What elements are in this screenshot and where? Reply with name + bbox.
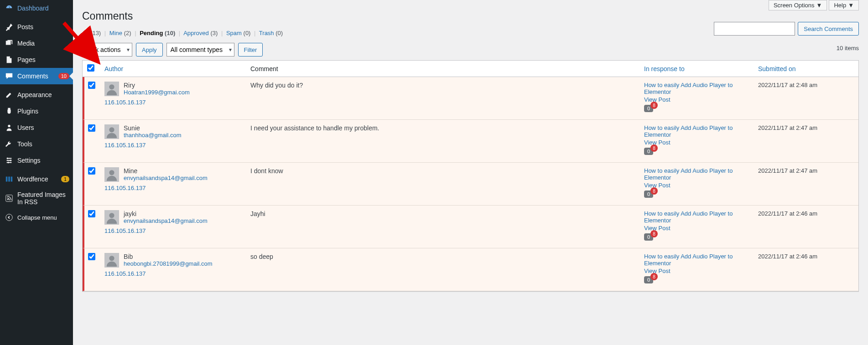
avatar: [104, 167, 119, 182]
comment-icon: [5, 72, 14, 81]
settings-icon: [5, 156, 14, 165]
screen-options-button[interactable]: Screen Options ▼: [769, 0, 827, 10]
filter-pending[interactable]: Pending (10): [140, 30, 175, 36]
pin-icon: [5, 22, 14, 31]
post-link[interactable]: How to easily Add Audio Player to Elemen…: [644, 210, 749, 224]
avatar: [104, 124, 119, 139]
page-title: Comments: [82, 10, 859, 22]
post-link[interactable]: How to easily Add Audio Player to Elemen…: [644, 124, 749, 138]
row-checkbox[interactable]: [88, 124, 95, 132]
author-ip[interactable]: 116.105.16.137: [104, 270, 146, 277]
header-comment: Comment: [246, 61, 639, 77]
sidebar-item-dashboard[interactable]: Dashboard: [0, 0, 73, 16]
appearance-icon: [5, 90, 14, 99]
search-input[interactable]: [714, 22, 795, 36]
avatar: [104, 253, 119, 268]
sidebar-item-wordfence[interactable]: Wordfence 1: [0, 171, 73, 187]
author-ip[interactable]: 116.105.16.137: [104, 99, 146, 106]
sidebar-item-featured-images[interactable]: Featured Images In RSS: [0, 187, 73, 209]
comment-date: 2022/11/17 at 2:48 am: [754, 77, 858, 120]
sidebar-label: Featured Images In RSS: [17, 191, 69, 206]
sidebar-item-appearance[interactable]: Appearance: [0, 87, 73, 103]
help-button[interactable]: Help ▼: [829, 0, 859, 10]
author-email[interactable]: heobongbi.27081999@gmail.com: [124, 260, 213, 267]
sidebar-item-tools[interactable]: Tools: [0, 136, 73, 152]
sidebar-label: Wordfence: [17, 175, 59, 183]
search-comments-button[interactable]: Search Comments: [798, 22, 859, 36]
comment-text: I need your assistance to handle my prob…: [250, 124, 635, 132]
avatar: [104, 82, 119, 96]
table-row: Riry Hoatran1999@gmai.com 116.105.16.137…: [83, 77, 858, 120]
plugin-icon: [5, 107, 14, 116]
header-author[interactable]: Author: [100, 61, 246, 77]
author-ip[interactable]: 116.105.16.137: [104, 185, 146, 191]
svg-point-10: [109, 256, 114, 261]
top-buttons: Screen Options ▼ Help ▼: [769, 0, 859, 10]
table-row: Sunie thanhhoa@gmail.com 116.105.16.137 …: [83, 120, 858, 163]
view-post-link[interactable]: View Post: [644, 225, 749, 232]
view-post-link[interactable]: View Post: [644, 268, 749, 274]
view-post-link[interactable]: View Post: [644, 139, 749, 146]
filter-button[interactable]: Filter: [238, 43, 263, 57]
row-checkbox[interactable]: [88, 253, 95, 260]
items-count: 10 items: [837, 45, 859, 51]
actions-row: Bulk actions Apply All comment types Fil…: [82, 43, 859, 57]
post-link[interactable]: How to easily Add Audio Player to Elemen…: [644, 82, 749, 95]
svg-point-9: [109, 213, 114, 218]
svg-rect-1: [6, 195, 12, 201]
pending-count-badge: 8: [650, 187, 658, 195]
sidebar-item-plugins[interactable]: Plugins: [0, 103, 73, 119]
header-response[interactable]: In response to: [639, 61, 754, 77]
author-name: Sunie: [124, 124, 182, 132]
header-date[interactable]: Submitted on: [754, 61, 858, 77]
svg-point-3: [6, 214, 12, 221]
screen-options-label: Screen Options: [774, 2, 815, 9]
comment-text: Why did you do it?: [250, 82, 635, 89]
sidebar-label: Appearance: [17, 91, 69, 98]
post-link[interactable]: How to easily Add Audio Player to Elemen…: [644, 167, 749, 181]
comment-date: 2022/11/17 at 2:47 am: [754, 120, 858, 163]
dashboard-icon: [5, 4, 14, 13]
sidebar-label: Plugins: [17, 108, 69, 115]
comment-text: Jayhi: [250, 210, 635, 217]
chevron-down-icon: ▼: [848, 2, 854, 9]
sidebar-item-settings[interactable]: Settings: [0, 152, 73, 169]
author-ip[interactable]: 116.105.16.137: [104, 142, 146, 149]
sidebar-badge: 1: [61, 176, 69, 182]
comment-types-select[interactable]: All comment types: [166, 43, 234, 57]
author-email[interactable]: envynailsandspa14@gmail.com: [124, 175, 208, 181]
comment-date: 2022/11/17 at 2:46 am: [754, 206, 858, 248]
row-checkbox[interactable]: [88, 167, 95, 175]
author-email[interactable]: Hoatran1999@gmai.com: [124, 89, 190, 96]
view-post-link[interactable]: View Post: [644, 96, 749, 103]
sidebar-label: Comments: [17, 72, 57, 80]
users-icon: [5, 123, 14, 132]
svg-point-7: [109, 127, 114, 132]
apply-button[interactable]: Apply: [136, 43, 163, 57]
svg-point-0: [8, 125, 10, 127]
author-ip[interactable]: 116.105.16.137: [104, 227, 146, 234]
author-email[interactable]: envynailsandspa14@gmail.com: [124, 217, 208, 224]
filter-trash[interactable]: Trash (0): [259, 30, 283, 36]
tools-icon: [5, 139, 14, 149]
author-email[interactable]: thanhhoa@gmail.com: [124, 132, 182, 139]
post-link[interactable]: How to easily Add Audio Player to Elemen…: [644, 253, 749, 267]
pending-count-badge: 8: [650, 273, 658, 280]
svg-point-6: [109, 84, 114, 89]
filter-approved[interactable]: Approved (3): [183, 30, 218, 36]
comment-date: 2022/11/17 at 2:46 am: [754, 248, 858, 291]
row-checkbox[interactable]: [88, 82, 95, 89]
table-row: Bib heobongbi.27081999@gmail.com 116.105…: [83, 248, 858, 291]
sidebar-item-collapse[interactable]: Collapse menu: [0, 209, 73, 226]
annotation-arrow: [59, 18, 105, 73]
view-post-link[interactable]: View Post: [644, 182, 749, 189]
svg-line-5: [64, 23, 96, 59]
filter-spam[interactable]: Spam (0): [226, 30, 250, 36]
sidebar-label: Users: [17, 124, 69, 131]
filter-mine[interactable]: Mine (2): [109, 30, 131, 36]
row-checkbox[interactable]: [88, 210, 95, 217]
comment-date: 2022/11/17 at 2:47 am: [754, 163, 858, 206]
sidebar-badge: 10: [58, 73, 69, 79]
sidebar-item-users[interactable]: Users: [0, 119, 73, 136]
pending-count-badge: 8: [650, 144, 658, 152]
